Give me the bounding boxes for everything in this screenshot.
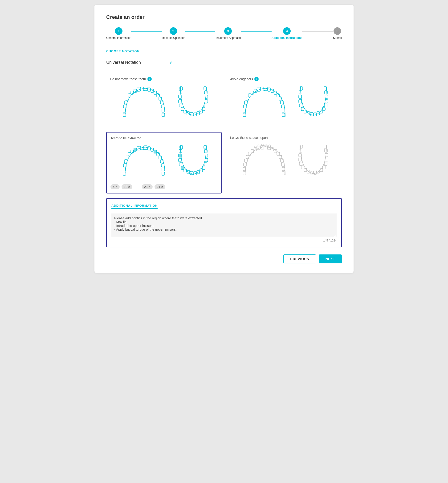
upper-arch-extracted[interactable]: [118, 142, 172, 180]
svg-rect-153: [325, 154, 328, 157]
svg-rect-149: [324, 162, 327, 165]
remove-tooth-5-icon[interactable]: ×: [115, 185, 117, 188]
svg-rect-24: [184, 110, 187, 113]
avoid-engagers-arch[interactable]: [230, 84, 338, 121]
svg-rect-80: [134, 148, 137, 151]
upper-arch-leave-spaces[interactable]: [238, 142, 292, 179]
tag-tooth-28[interactable]: 28 ×: [142, 184, 153, 189]
svg-rect-1: [144, 87, 147, 91]
svg-rect-133: [282, 171, 285, 175]
svg-rect-35: [204, 91, 207, 94]
svg-rect-19: [162, 113, 165, 117]
step-5-label: Submit: [333, 36, 342, 39]
svg-rect-17: [162, 109, 165, 112]
next-button[interactable]: NEXT: [319, 254, 342, 263]
step-3-circle: 3: [224, 27, 232, 35]
extracted-tags-right: 28 × 21 ×: [142, 184, 165, 189]
svg-rect-46: [248, 94, 251, 97]
teeth-extracted-section: Teeth to be extracted: [106, 132, 222, 194]
svg-rect-105: [204, 163, 207, 166]
page-title: Create an order: [106, 14, 342, 20]
chevron-down-icon: ∨: [169, 60, 172, 65]
tag-tooth-5[interactable]: 5 ×: [111, 184, 120, 189]
svg-rect-156: [300, 145, 303, 148]
upper-arch-avoid-engagers[interactable]: [238, 84, 292, 121]
svg-rect-79: [147, 147, 151, 150]
avoid-engagers-help-icon[interactable]: ?: [254, 77, 259, 81]
svg-rect-11: [159, 97, 162, 100]
step-1-label: General Information: [106, 36, 131, 39]
svg-rect-28: [179, 104, 182, 107]
previous-button[interactable]: PREVIOUS: [283, 254, 316, 263]
svg-rect-102: [181, 166, 184, 170]
notation-section-title: CHOOSE NOTATION: [106, 49, 139, 54]
tag-tooth-12[interactable]: 12 ×: [121, 184, 132, 189]
teeth-grid: Do not move these teeth ?: [106, 73, 342, 194]
svg-rect-55: [282, 109, 285, 112]
step-4: 4 Additional Instructions: [272, 27, 303, 39]
teeth-extracted-arch[interactable]: [111, 142, 217, 180]
lower-arch-avoid-engagers[interactable]: [297, 84, 330, 121]
svg-point-139: [272, 146, 274, 148]
step-2-circle: 2: [170, 27, 177, 35]
svg-rect-73: [325, 91, 328, 94]
lower-arch-leave-spaces[interactable]: [297, 142, 330, 179]
lower-arch-extracted[interactable]: [177, 142, 210, 180]
svg-rect-144: [304, 168, 307, 171]
remove-tooth-12-icon[interactable]: ×: [128, 185, 130, 188]
avoid-engagers-title: Avoid engagers ?: [230, 77, 338, 81]
svg-rect-83: [154, 150, 157, 153]
svg-rect-87: [159, 156, 162, 159]
svg-rect-30: [178, 100, 181, 103]
svg-rect-155: [325, 149, 328, 152]
additional-info-box: ADDITIONAL INFORMATION Please add pontic…: [106, 198, 342, 247]
svg-rect-94: [123, 172, 126, 175]
main-card: Create an order 1 General Information 2 …: [95, 5, 353, 273]
step-4-circle: 4: [283, 27, 291, 35]
do-not-move-section: Do not move these teeth ?: [106, 73, 222, 127]
additional-info-textarea[interactable]: Please add pontics in the region where t…: [112, 213, 336, 237]
step-1-circle: 1: [115, 27, 122, 35]
step-5: 5 Submit: [333, 27, 342, 39]
svg-rect-131: [282, 167, 285, 171]
step-2-label: Records Uploader: [162, 36, 185, 39]
svg-rect-111: [204, 149, 207, 153]
leave-spaces-arch[interactable]: [230, 142, 338, 179]
do-not-move-help-icon[interactable]: ?: [147, 77, 152, 81]
char-count: 145 / 1024: [112, 239, 336, 242]
svg-rect-109: [205, 154, 208, 157]
leave-spaces-title: Leave these spaces open: [230, 136, 338, 140]
do-not-move-arch[interactable]: [110, 84, 218, 121]
svg-rect-41: [268, 88, 271, 91]
svg-rect-106: [178, 158, 181, 162]
remove-tooth-21-icon[interactable]: ×: [161, 185, 163, 188]
svg-rect-56: [243, 113, 246, 117]
svg-point-136: [261, 144, 264, 146]
remove-tooth-28-icon[interactable]: ×: [148, 185, 150, 188]
svg-rect-3: [147, 88, 151, 91]
teeth-extracted-title: Teeth to be extracted: [111, 136, 217, 140]
do-not-move-title: Do not move these teeth ?: [110, 77, 218, 81]
footer-buttons: PREVIOUS NEXT: [106, 254, 342, 263]
step-1: 1 General Information: [106, 27, 131, 39]
notation-dropdown[interactable]: Universal Notation ∨: [106, 59, 172, 66]
leave-spaces-section: Leave these spaces open: [226, 132, 342, 194]
svg-rect-49: [279, 97, 282, 100]
svg-point-134: [254, 146, 256, 148]
lower-arch-do-not-move[interactable]: [177, 84, 210, 121]
svg-rect-68: [299, 100, 302, 103]
svg-rect-124: [246, 155, 249, 159]
svg-rect-95: [162, 172, 165, 175]
svg-rect-100: [184, 169, 187, 172]
svg-rect-39: [264, 87, 267, 91]
step-line-4-5: [302, 31, 333, 31]
svg-rect-8: [128, 94, 131, 97]
svg-rect-122: [248, 152, 251, 155]
svg-rect-150: [299, 158, 302, 161]
svg-rect-93: [162, 168, 165, 171]
tag-tooth-21[interactable]: 21 ×: [154, 184, 165, 189]
svg-rect-57: [282, 113, 285, 117]
upper-arch-do-not-move[interactable]: [118, 84, 172, 121]
step-4-label: Additional Instructions: [272, 36, 303, 39]
svg-rect-125: [279, 155, 282, 159]
